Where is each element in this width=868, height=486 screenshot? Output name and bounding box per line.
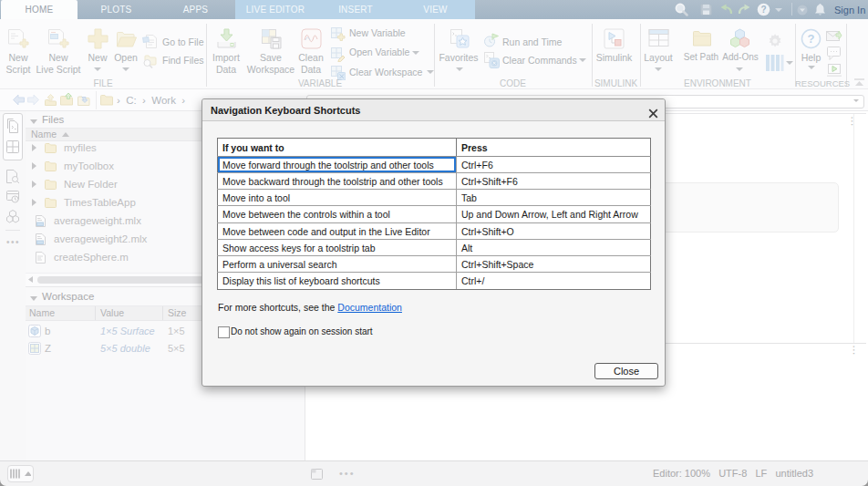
svg-text:?: ?	[808, 32, 815, 46]
svg-text:?: ?	[760, 5, 766, 15]
